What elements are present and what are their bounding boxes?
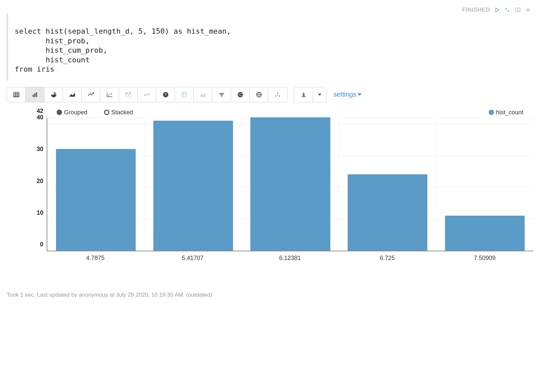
svg-rect-2 [33,95,34,97]
globe-outline-icon[interactable] [250,87,268,102]
bar-chart-icon[interactable] [26,87,44,102]
table-view-icon[interactable] [7,87,26,102]
plot-area [47,118,533,251]
svg-rect-12 [129,93,130,94]
svg-rect-20 [202,94,202,97]
legend-series[interactable]: hist_count [489,109,533,116]
pie-chart-icon[interactable] [44,87,63,102]
y-tick: 40 [37,114,43,121]
gridline-v [436,118,436,251]
svg-rect-18 [182,92,187,97]
y-tick: 30 [37,146,43,153]
chart-container: Grouped Stacked hist_count 01020304042 4… [7,109,533,262]
run-icon[interactable] [495,7,500,13]
bar[interactable] [445,216,525,251]
legend-grouped[interactable]: Grouped [57,109,87,116]
y-tick: 10 [37,209,43,216]
settings-label: settings [333,91,356,98]
svg-point-8 [111,93,112,94]
legend-stacked[interactable]: Stacked [104,109,133,116]
svg-point-26 [276,95,277,96]
gridline-v [242,118,242,251]
legend-dot-hollow [104,110,109,115]
scatter-chart-icon[interactable] [100,87,119,102]
footer-status: Took 1 sec. Last updated by anonymous at… [7,292,533,298]
bar[interactable] [56,149,136,251]
x-tick: 4.7875 [47,255,144,262]
gear-icon[interactable] [525,7,531,13]
x-tick: 6.725 [339,255,436,262]
svg-point-14 [147,94,147,95]
collapse-icon[interactable] [505,7,510,13]
x-tick: 7.50909 [436,255,533,262]
svg-point-7 [110,94,111,95]
download-dropdown-icon[interactable] [313,87,326,102]
svg-rect-11 [128,94,129,95]
legend-dot-filled [57,110,62,115]
area-chart-icon[interactable] [63,87,82,102]
svg-rect-22 [204,93,205,97]
legend-grouped-label: Grouped [64,109,87,116]
gridline-v [145,118,145,251]
code-block[interactable]: select hist(sepal_length_d, 5, 150) as h… [11,13,533,81]
svg-rect-21 [203,95,204,97]
svg-rect-10 [126,93,127,94]
svg-point-29 [277,95,278,96]
grouped-bar-icon[interactable] [194,87,212,102]
bar[interactable] [153,121,233,251]
network-icon[interactable] [268,87,287,102]
status-text: FINISHED [462,7,490,13]
x-tick: 5.41707 [144,255,241,262]
x-axis: 4.78755.417076.123816.7257.50909 [47,251,533,262]
svg-point-5 [108,95,108,96]
legend-series-label: hist_count [496,109,523,116]
svg-rect-4 [36,92,37,97]
svg-point-13 [145,95,145,96]
line-chart-icon[interactable] [82,87,100,102]
y-tick: 20 [37,177,43,184]
svg-point-15 [149,93,149,94]
stacked-icon[interactable] [212,87,231,102]
heatmap-icon[interactable] [119,87,138,102]
bar[interactable] [250,117,330,251]
viz-toolbar: ? settings [7,87,533,102]
svg-text:?: ? [164,93,167,97]
legend-stacked-label: Stacked [111,109,133,116]
x-tick: 6.12381 [241,255,339,262]
book-icon[interactable] [515,7,521,13]
download-icon[interactable] [294,87,313,102]
svg-rect-30 [302,96,306,97]
pivot-icon[interactable] [175,87,194,102]
y-tick: 42 [37,107,43,114]
globe-filled-icon[interactable] [231,87,250,102]
gridline-v [339,118,339,251]
svg-point-6 [109,94,110,94]
svg-rect-3 [34,93,35,97]
svg-point-23 [238,92,243,97]
y-tick: 0 [40,241,43,248]
paragraph-gutter [7,13,8,81]
help-icon[interactable]: ? [156,87,175,102]
y-axis: 01020304042 [7,118,47,251]
trend-icon[interactable] [138,87,156,102]
svg-point-0 [527,9,529,11]
svg-point-28 [279,95,280,96]
settings-link[interactable]: settings [333,91,362,98]
svg-point-27 [277,93,278,94]
legend-dot-series [489,110,494,115]
svg-rect-19 [201,95,201,97]
bar[interactable] [348,174,427,251]
